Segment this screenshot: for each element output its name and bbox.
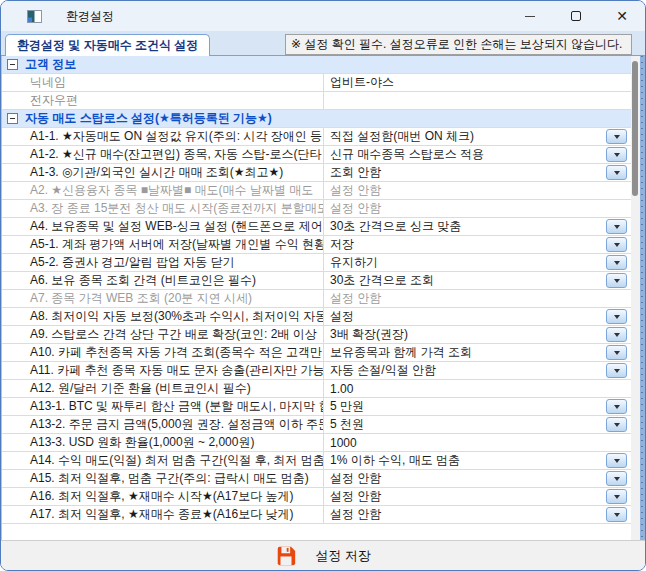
setting-value[interactable]: 설정 안함	[324, 506, 631, 523]
chevron-down-icon	[614, 153, 620, 157]
dropdown-button[interactable]	[606, 273, 627, 288]
setting-label: A13-3. USD 원화 환율(1,000원 ~ 2,000원)	[22, 434, 324, 451]
row-gutter	[2, 506, 22, 523]
setting-label: A1-1. ★자동매도 ON 설정값 유지(주의: 시각 장애인 등	[22, 128, 324, 145]
row-gutter	[2, 236, 22, 253]
setting-value[interactable]: 5 천원	[324, 416, 631, 433]
setting-label: A4. 보유종목 및 설정 WEB-싱크 설정 (핸드폰으로 제어	[22, 218, 324, 235]
row-gutter	[2, 308, 22, 325]
maximize-button[interactable]	[553, 1, 599, 31]
setting-value[interactable]: 자동 손절/익절 안함	[324, 362, 631, 379]
dropdown-button[interactable]	[606, 219, 627, 234]
row-gutter	[2, 146, 22, 163]
setting-row: A9. 스탑로스 간격 상단 구간 배로 확장(코인: 2배 이상 3배 확장(…	[2, 326, 631, 344]
setting-value[interactable]: 30초 간격으로 조회	[324, 272, 631, 289]
setting-row: A1-1. ★자동매도 ON 설정값 유지(주의: 시각 장애인 등 직접 설정…	[2, 128, 631, 146]
row-gutter	[2, 416, 22, 433]
collapse-minus-icon[interactable]	[7, 113, 18, 124]
dropdown-button[interactable]	[606, 309, 627, 324]
setting-row: A4. 보유종목 및 설정 WEB-싱크 설정 (핸드폰으로 제어 30초 간격…	[2, 218, 631, 236]
title-bar[interactable]: 환경설정 ✕	[1, 1, 645, 31]
setting-value[interactable]: 설정 안함	[324, 470, 631, 487]
chevron-down-icon	[614, 315, 620, 319]
setting-value[interactable]	[324, 92, 631, 109]
dropdown-button[interactable]	[606, 327, 627, 342]
row-gutter	[2, 434, 22, 451]
setting-label: A5-1. 계좌 평가액 서버에 저장(날짜별 개인별 수익 현황	[22, 236, 324, 253]
section-title: 고객 정보	[22, 56, 76, 73]
setting-label: 전자우편	[22, 92, 324, 109]
chevron-down-icon	[614, 405, 620, 409]
setting-value[interactable]: 신규 매수종목 스탑로스 적용	[324, 146, 631, 163]
setting-value[interactable]: 조회 안함	[324, 164, 631, 181]
dropdown-button[interactable]	[606, 345, 627, 360]
setting-label: A11. 카페 추천 종목 자동 매도 문자 송출(관리자만 가능	[22, 362, 324, 379]
row-gutter	[2, 362, 22, 379]
setting-label: A8. 최저이익 자동 보정(30%초과 수익시, 최저이익 자동	[22, 308, 324, 325]
window-controls: ✕	[507, 1, 645, 31]
setting-value[interactable]: 설정	[324, 308, 631, 325]
dropdown-button[interactable]	[606, 453, 627, 468]
setting-label: A2. ★신용융자 종목 ■날짜별■ 매도(매수 날짜별 매도	[22, 182, 324, 199]
row-gutter	[2, 398, 22, 415]
dropdown-button[interactable]	[606, 129, 627, 144]
chevron-down-icon	[614, 135, 620, 139]
setting-value[interactable]: 유지하기	[324, 254, 631, 271]
vertical-scrollbar[interactable]	[631, 56, 640, 540]
setting-value[interactable]: 1% 이하 수익, 매도 멈춤	[324, 452, 631, 469]
tab-settings[interactable]: 환경설정 및 자동매수 조건식 설정	[5, 34, 210, 56]
scrollbar-thumb[interactable]	[632, 61, 638, 196]
setting-label: A13-1. BTC 및 짜투리 합산 금액 (분할 매도시, 마지막 합	[22, 398, 324, 415]
setting-label: A3. 장 종료 15분전 청산 매도 시작(종료전까지 분할매도	[22, 200, 324, 217]
setting-row: A10. 카페 추천종목 자동 가격 조회(종목수 적은 고객만 보유종목과 함…	[2, 344, 631, 362]
dropdown-button[interactable]	[606, 255, 627, 270]
minimize-button[interactable]	[507, 1, 553, 31]
dropdown-button[interactable]	[606, 165, 627, 180]
row-gutter	[2, 92, 22, 109]
setting-row: A5-1. 계좌 평가액 서버에 저장(날짜별 개인별 수익 현황 저장	[2, 236, 631, 254]
setting-row: A13-3. USD 원화 환율(1,000원 ~ 2,000원) 1000	[2, 434, 631, 452]
chevron-down-icon	[614, 261, 620, 265]
row-gutter	[2, 218, 22, 235]
setting-row: A2. ★신용융자 종목 ■날짜별■ 매도(매수 날짜별 매도 설정 안함	[2, 182, 631, 200]
dropdown-button[interactable]	[606, 507, 627, 522]
setting-value[interactable]: 설정 안함	[324, 182, 631, 199]
setting-label: A13-2. 주문 금지 금액(5,000원 권장. 설정금액 이하 주문	[22, 416, 324, 433]
setting-value[interactable]: 5 만원	[324, 398, 631, 415]
setting-value[interactable]: 업비트-야스	[324, 74, 631, 91]
setting-value[interactable]: 보유종목과 함께 가격 조회	[324, 344, 631, 361]
dropdown-button[interactable]	[606, 147, 627, 162]
dropdown-button[interactable]	[606, 399, 627, 414]
setting-row: A13-1. BTC 및 짜투리 합산 금액 (분할 매도시, 마지막 합 5 …	[2, 398, 631, 416]
setting-row: A1-3. ◎기관/외국인 실시간 매매 조회(★최고★) 조회 안함	[2, 164, 631, 182]
setting-value[interactable]: 설정 안함	[324, 200, 631, 217]
setting-value[interactable]: 3배 확장(권장)	[324, 326, 631, 343]
row-gutter	[2, 326, 22, 343]
chevron-down-icon	[614, 333, 620, 337]
setting-value[interactable]: 설정 안함	[324, 290, 631, 307]
setting-row: A6. 보유 종목 조회 간격 (비트코인은 필수) 30초 간격으로 조회	[2, 272, 631, 290]
close-button[interactable]: ✕	[599, 1, 645, 31]
row-gutter	[2, 344, 22, 361]
row-gutter	[2, 290, 22, 307]
setting-value[interactable]: 설정 안함	[324, 488, 631, 505]
dropdown-button[interactable]	[606, 363, 627, 378]
row-gutter	[2, 182, 22, 199]
setting-label: A5-2. 증권사 경고/알림 팝업 자동 닫기	[22, 254, 324, 271]
setting-value[interactable]: 직접 설정함(매번 ON 체크)	[324, 128, 631, 145]
setting-label: A1-3. ◎기관/외국인 실시간 매매 조회(★최고★)	[22, 164, 324, 181]
setting-value[interactable]: 1000	[324, 434, 631, 451]
dropdown-button[interactable]	[606, 237, 627, 252]
setting-label: A12. 원/달러 기준 환율 (비트코인시 필수)	[22, 380, 324, 397]
setting-value[interactable]: 저장	[324, 236, 631, 253]
chevron-down-icon	[614, 243, 620, 247]
dropdown-button[interactable]	[606, 471, 627, 486]
save-settings-button[interactable]: 설정 저장	[275, 545, 371, 567]
setting-row: A3. 장 종료 15분전 청산 매도 시작(종료전까지 분할매도 설정 안함	[2, 200, 631, 218]
dropdown-button[interactable]	[606, 417, 627, 432]
collapse-minus-icon[interactable]	[7, 59, 18, 70]
setting-value[interactable]: 1.00	[324, 380, 631, 397]
dropdown-button[interactable]	[606, 489, 627, 504]
setting-value[interactable]: 30초 간격으로 싱크 맞춤	[324, 218, 631, 235]
setting-row: A16. 최저 익절후, ★재매수 시작★(A17보다 높게) 설정 안함	[2, 488, 631, 506]
